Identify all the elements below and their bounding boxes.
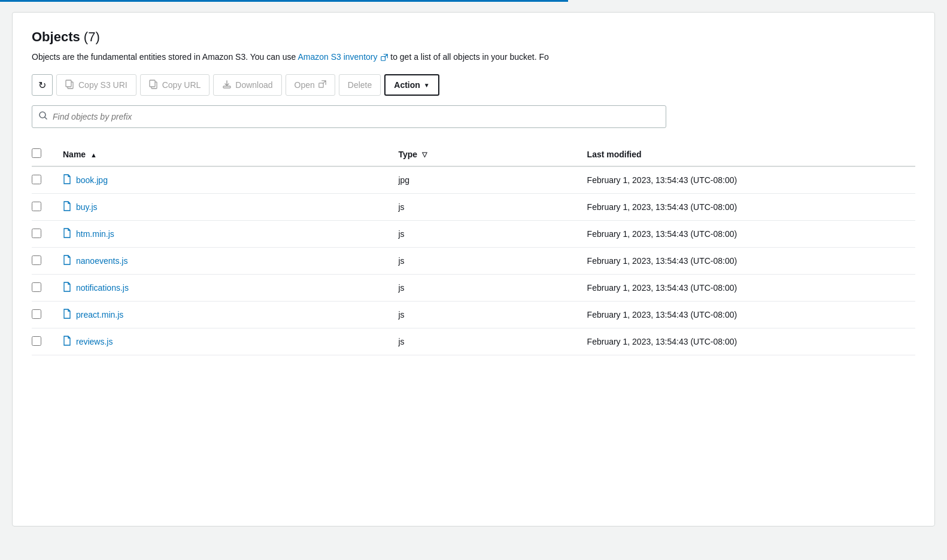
- action-label: Action: [394, 80, 420, 90]
- page-title: Objects (7): [32, 29, 915, 45]
- col-header-name[interactable]: Name ▲: [56, 142, 391, 166]
- row-modified-cell: February 1, 2023, 13:54:43 (UTC-08:00): [580, 221, 915, 248]
- row-checkbox[interactable]: [32, 255, 41, 265]
- file-type: js: [398, 310, 404, 319]
- download-icon: [222, 80, 232, 91]
- type-sort-desc-icon: ▽: [422, 151, 427, 159]
- file-icon: [63, 255, 71, 267]
- row-checkbox[interactable]: [32, 309, 41, 319]
- objects-table-container: Name ▲ Type ▽ Last modified book.jpgjpgF…: [32, 142, 915, 355]
- row-type-cell: js: [391, 302, 579, 328]
- file-name: preact.min.js: [76, 310, 123, 319]
- file-modified: February 1, 2023, 13:54:43 (UTC-08:00): [587, 229, 737, 239]
- table-row: htm.min.jsjsFebruary 1, 2023, 13:54:43 (…: [32, 221, 915, 248]
- file-link[interactable]: preact.min.js: [63, 309, 384, 321]
- download-label: Download: [235, 80, 272, 90]
- row-checkbox-cell: [32, 302, 56, 328]
- search-input[interactable]: [48, 112, 660, 121]
- delete-button[interactable]: Delete: [339, 74, 381, 96]
- file-link[interactable]: notifications.js: [63, 282, 384, 294]
- table-header-row: Name ▲ Type ▽ Last modified: [32, 142, 915, 166]
- select-all-checkbox[interactable]: [32, 148, 41, 158]
- main-container: Objects (7) Objects are the fundamental …: [12, 12, 935, 526]
- file-icon: [63, 174, 71, 186]
- copy-url-label: Copy URL: [162, 80, 201, 90]
- row-modified-cell: February 1, 2023, 13:54:43 (UTC-08:00): [580, 166, 915, 194]
- file-modified: February 1, 2023, 13:54:43 (UTC-08:00): [587, 310, 737, 319]
- file-link[interactable]: nanoevents.js: [63, 255, 384, 267]
- external-link-icon: [381, 54, 388, 61]
- row-modified-cell: February 1, 2023, 13:54:43 (UTC-08:00): [580, 194, 915, 221]
- row-modified-cell: February 1, 2023, 13:54:43 (UTC-08:00): [580, 248, 915, 275]
- toolbar: ↻ Copy S3 URI Copy URL: [32, 74, 915, 96]
- row-name-cell: htm.min.js: [56, 221, 391, 248]
- file-icon: [63, 309, 71, 321]
- copy-s3-uri-button[interactable]: Copy S3 URI: [56, 74, 136, 96]
- row-type-cell: js: [391, 248, 579, 275]
- action-button[interactable]: Action ▼: [384, 74, 439, 96]
- file-modified: February 1, 2023, 13:54:43 (UTC-08:00): [587, 283, 737, 293]
- file-link[interactable]: buy.js: [63, 201, 384, 213]
- objects-count: (7): [84, 29, 100, 44]
- name-sort-asc-icon: ▲: [90, 151, 97, 159]
- file-name: notifications.js: [76, 283, 129, 293]
- row-checkbox[interactable]: [32, 229, 41, 238]
- file-type: js: [398, 283, 404, 293]
- row-checkbox-cell: [32, 275, 56, 302]
- row-checkbox-cell: [32, 221, 56, 248]
- file-icon: [63, 336, 71, 348]
- row-type-cell: js: [391, 221, 579, 248]
- file-link[interactable]: reviews.js: [63, 336, 384, 348]
- description: Objects are the fundamental entities sto…: [32, 51, 915, 63]
- action-chevron-icon: ▼: [424, 82, 430, 89]
- copy-s3-uri-label: Copy S3 URI: [78, 80, 128, 90]
- row-checkbox[interactable]: [32, 336, 41, 346]
- table-row: preact.min.jsjsFebruary 1, 2023, 13:54:4…: [32, 302, 915, 328]
- table-row: notifications.jsjsFebruary 1, 2023, 13:5…: [32, 275, 915, 302]
- file-link[interactable]: htm.min.js: [63, 228, 384, 240]
- col-header-type[interactable]: Type ▽: [391, 142, 579, 166]
- file-name: book.jpg: [76, 175, 108, 185]
- table-row: buy.jsjsFebruary 1, 2023, 13:54:43 (UTC-…: [32, 194, 915, 221]
- select-all-th: [32, 142, 56, 166]
- row-name-cell: reviews.js: [56, 328, 391, 355]
- row-checkbox-cell: [32, 328, 56, 355]
- open-button[interactable]: Open: [286, 74, 335, 96]
- file-link[interactable]: book.jpg: [63, 174, 384, 186]
- copy-url-button[interactable]: Copy URL: [140, 74, 210, 96]
- row-modified-cell: February 1, 2023, 13:54:43 (UTC-08:00): [580, 302, 915, 328]
- file-icon: [63, 282, 71, 294]
- row-type-cell: js: [391, 328, 579, 355]
- table-body: book.jpgjpgFebruary 1, 2023, 13:54:43 (U…: [32, 166, 915, 355]
- file-type: jpg: [398, 175, 409, 185]
- row-checkbox[interactable]: [32, 282, 41, 292]
- row-checkbox[interactable]: [32, 175, 41, 184]
- file-type: js: [398, 337, 404, 346]
- row-name-cell: buy.js: [56, 194, 391, 221]
- refresh-icon: ↻: [38, 80, 46, 91]
- row-checkbox[interactable]: [32, 202, 41, 211]
- copy-url-icon: [149, 80, 159, 91]
- svg-rect-2: [66, 80, 71, 87]
- file-name: buy.js: [76, 202, 98, 212]
- search-bar: [32, 105, 666, 128]
- delete-label: Delete: [348, 80, 372, 90]
- col-header-modified[interactable]: Last modified: [580, 142, 915, 166]
- row-type-cell: js: [391, 194, 579, 221]
- open-external-icon: [318, 80, 326, 90]
- open-label: Open: [295, 80, 315, 90]
- file-modified: February 1, 2023, 13:54:43 (UTC-08:00): [587, 175, 737, 185]
- objects-table: Name ▲ Type ▽ Last modified book.jpgjpgF…: [32, 142, 915, 355]
- row-checkbox-cell: [32, 166, 56, 194]
- copy-s3-uri-icon: [65, 80, 75, 91]
- svg-rect-5: [223, 86, 230, 88]
- file-name: nanoevents.js: [76, 256, 128, 266]
- refresh-button[interactable]: ↻: [32, 74, 53, 96]
- progress-bar: [0, 0, 568, 2]
- row-name-cell: notifications.js: [56, 275, 391, 302]
- row-name-cell: preact.min.js: [56, 302, 391, 328]
- row-type-cell: jpg: [391, 166, 579, 194]
- download-button[interactable]: Download: [213, 74, 281, 96]
- file-icon: [63, 201, 71, 213]
- s3-inventory-link[interactable]: Amazon S3 inventory: [298, 52, 377, 62]
